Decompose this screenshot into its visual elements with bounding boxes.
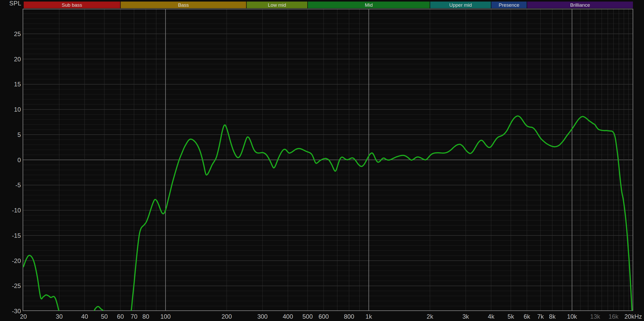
x-tick-label-600: 600: [318, 313, 329, 320]
x-tick-label-800: 800: [344, 313, 354, 320]
x-tick-label-3k: 3k: [462, 313, 469, 320]
x-tick-label-6k: 6k: [524, 313, 530, 320]
x-tick-label-4k: 4k: [488, 313, 495, 320]
band-label-low-mid: Low mid: [268, 2, 286, 8]
band-strip: Sub bassBassLow midMidUpper midPresenceB…: [24, 2, 633, 8]
x-tick-label-100: 100: [160, 313, 171, 320]
y-tick-label-10: 10: [14, 106, 21, 113]
x-tick-label-60: 60: [117, 313, 124, 320]
x-tick-label-16k: 16k: [608, 313, 619, 320]
x-tick-label-2k: 2k: [427, 313, 433, 320]
x-tick-label-7k: 7k: [537, 313, 544, 320]
band-label-mid: Mid: [365, 2, 373, 8]
y-tick-label--5: -5: [15, 182, 21, 188]
y-tick-label-0: 0: [18, 157, 21, 163]
spectrum-analyzer-screen: SPL Sub bassBassLow midMidUpper midPrese…: [0, 0, 644, 321]
x-tick-label-400: 400: [283, 313, 293, 320]
y-tick-label--25: -25: [12, 282, 21, 289]
y-tick-label-5: 5: [18, 131, 21, 138]
band-label-sub-bass: Sub bass: [62, 2, 82, 8]
x-axis-labels: 203040506070801002003004005006008001k2k3…: [20, 313, 642, 320]
band-label-upper-mid: Upper mid: [449, 2, 472, 8]
x-tick-label-200: 200: [222, 313, 232, 320]
x-tick-label-20: 20: [20, 313, 27, 320]
y-tick-label--20: -20: [12, 257, 21, 264]
band-label-presence: Presence: [499, 2, 519, 8]
x-tick-label-50: 50: [101, 313, 108, 320]
y-tick-label-25: 25: [14, 30, 21, 37]
band-label-bass: Bass: [178, 2, 189, 8]
x-tick-label-13k: 13k: [590, 313, 600, 320]
y-axis-labels: 2520151050-5-10-15-20-25-30: [12, 30, 21, 315]
x-tick-label-40: 40: [81, 313, 88, 320]
x-tick-label-5k: 5k: [507, 313, 514, 320]
x-tick-label-8k: 8k: [549, 313, 556, 320]
x-tick-label-20khz: 20kHz: [624, 313, 642, 320]
band-label-brilliance: Brilliance: [570, 2, 590, 8]
x-tick-label-10k: 10k: [567, 313, 577, 320]
y-tick-label--10: -10: [12, 207, 21, 214]
x-tick-label-500: 500: [302, 313, 313, 320]
y-tick-label-15: 15: [14, 81, 21, 88]
frequency-response-curve: [23, 116, 632, 321]
y-tick-label--30: -30: [12, 308, 21, 315]
x-tick-label-70: 70: [131, 313, 138, 320]
x-tick-label-80: 80: [142, 313, 149, 320]
y-tick-label-20: 20: [14, 56, 21, 63]
x-tick-label-30: 30: [56, 313, 63, 320]
x-tick-label-300: 300: [257, 313, 268, 320]
frequency-response-chart: Sub bassBassLow midMidUpper midPresenceB…: [0, 0, 644, 321]
x-tick-label-1k: 1k: [366, 313, 372, 320]
y-tick-label--15: -15: [12, 232, 21, 239]
